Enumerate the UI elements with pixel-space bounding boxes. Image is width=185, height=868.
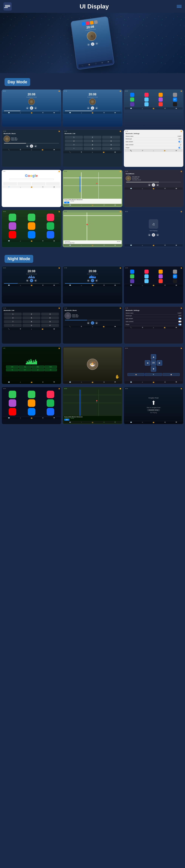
cp-maps[interactable] xyxy=(28,222,35,230)
night-app-waze[interactable] xyxy=(144,274,149,278)
auto-answer-toggle[interactable] xyxy=(178,141,181,143)
bookmark-4[interactable] xyxy=(46,182,60,185)
nav-up-btn[interactable]: ▲ xyxy=(151,354,156,360)
app-telegram[interactable] xyxy=(130,93,134,97)
social-prev[interactable]: ⏮ xyxy=(148,184,151,186)
night-app-bt[interactable]: BT xyxy=(173,274,177,278)
prev-btn[interactable]: ⏮ xyxy=(87,43,90,46)
ng-ctrl-8[interactable]: DX xyxy=(45,369,57,371)
n-key-1[interactable]: 1 xyxy=(4,313,22,316)
next-btn[interactable]: ⏭ xyxy=(95,42,98,45)
key-8[interactable]: 8 xyxy=(84,143,101,146)
key-5[interactable]: 5 xyxy=(84,140,101,143)
n-key-star[interactable]: * xyxy=(4,324,22,327)
key-1[interactable]: 1 xyxy=(65,136,83,139)
n-bt-play[interactable]: ⏸ xyxy=(91,321,94,324)
bt-next[interactable]: ⏭ xyxy=(34,145,37,148)
night-app-maps[interactable] xyxy=(159,270,163,274)
play-pause-btn[interactable]: ⏸ xyxy=(91,42,95,46)
n-next-1[interactable]: ⏭ xyxy=(34,279,37,282)
ng-ctrl-6[interactable]: PTY xyxy=(19,369,31,371)
social-play[interactable]: ⏸ xyxy=(152,183,155,187)
night-app-extra3[interactable] xyxy=(159,279,163,283)
key-star[interactable]: * xyxy=(65,147,83,150)
bt-prev[interactable]: ⏮ xyxy=(26,145,29,148)
n-cp-phone[interactable] xyxy=(9,391,16,398)
nav-extra-1[interactable]: 🏠 xyxy=(127,373,144,376)
key-2[interactable]: 2 xyxy=(84,136,101,139)
night-app-telegram[interactable] xyxy=(130,270,134,274)
go-button[interactable]: GO xyxy=(64,202,69,204)
app-podcast-1[interactable] xyxy=(159,97,163,102)
n-cp-messages[interactable] xyxy=(28,391,35,398)
n-prev-1[interactable]: ⏮ xyxy=(26,279,29,282)
n-key-0[interactable]: 0 xyxy=(23,324,40,327)
n-cp-spotify[interactable] xyxy=(47,399,54,407)
cp-telegram[interactable] xyxy=(28,231,35,239)
n-key-2[interactable]: 2 xyxy=(23,313,40,316)
app-phone-1[interactable] xyxy=(130,97,134,102)
ng-ctrl-3[interactable]: SRC xyxy=(32,366,44,368)
search-bar[interactable] xyxy=(9,179,54,180)
n-key-6[interactable]: 6 xyxy=(41,316,59,319)
n-cp-podcasts[interactable] xyxy=(9,399,16,407)
play-2[interactable]: ⏸ xyxy=(91,106,94,110)
nav-extra-3[interactable]: 📋 xyxy=(162,373,180,376)
nav-down-btn[interactable]: ▼ xyxy=(151,366,156,372)
night-app-settings[interactable] xyxy=(173,270,177,274)
cp-music[interactable] xyxy=(47,214,54,221)
app-extra-4[interactable] xyxy=(173,102,177,106)
n-key-hash[interactable]: # xyxy=(41,324,59,327)
night-app-podcast[interactable] xyxy=(159,274,163,278)
bt-play[interactable]: ⏸ xyxy=(30,145,33,148)
key-hash[interactable]: # xyxy=(102,147,120,150)
app-maps-1[interactable] xyxy=(159,93,163,97)
app-waze-1[interactable] xyxy=(144,97,149,102)
power-toggle[interactable] xyxy=(178,147,181,149)
nav-left-btn[interactable]: ◄ xyxy=(145,360,150,366)
n-cp-waze[interactable] xyxy=(47,408,54,415)
cp-podcasts[interactable] xyxy=(9,222,16,230)
prev-1[interactable]: ⏮ xyxy=(26,107,29,110)
key-9[interactable]: 9 xyxy=(102,143,120,146)
next-1[interactable]: ⏭ xyxy=(34,107,37,110)
n-key-5[interactable]: 5 xyxy=(23,316,40,319)
n-cp-music[interactable] xyxy=(47,391,54,398)
n-auto-answer-toggle[interactable] xyxy=(178,318,181,319)
n-next-2[interactable]: ⏭ xyxy=(95,279,98,282)
app-settings-1[interactable] xyxy=(173,93,177,97)
key-4[interactable]: 4 xyxy=(65,140,83,143)
cp-youtube[interactable] xyxy=(9,231,16,239)
cp-waze[interactable] xyxy=(47,231,54,239)
n-play-2[interactable]: ⏸ xyxy=(91,279,94,282)
night-app-extra1[interactable] xyxy=(130,279,134,283)
bookmark-2[interactable] xyxy=(18,182,31,185)
nav-extra-2[interactable]: 🔍 xyxy=(145,373,162,376)
app-music-1[interactable] xyxy=(144,93,149,97)
play-1[interactable]: ▶ xyxy=(30,106,33,110)
n-key-8[interactable]: 8 xyxy=(23,320,40,323)
ng-ctrl-7[interactable]: AF xyxy=(32,369,44,371)
n-key-4[interactable]: 4 xyxy=(4,316,22,319)
social-next[interactable]: ⏭ xyxy=(156,184,159,186)
ng-ctrl-1[interactable]: VOL xyxy=(6,366,19,368)
hamburger-menu[interactable] xyxy=(177,5,182,8)
app-extra-1[interactable] xyxy=(130,102,134,106)
n-cp-youtube[interactable] xyxy=(9,408,16,415)
n-bt-prev[interactable]: ⏮ xyxy=(87,322,90,324)
n-power-toggle[interactable] xyxy=(178,324,181,326)
nav-right-btn[interactable]: ► xyxy=(157,360,162,366)
n-cp-telegram[interactable] xyxy=(28,408,35,415)
next-2[interactable]: ⏭ xyxy=(95,107,98,110)
key-3[interactable]: 3 xyxy=(102,136,120,139)
app-bt-1[interactable]: BT xyxy=(173,97,177,102)
night-app-music[interactable] xyxy=(144,270,149,274)
n-play-1[interactable]: ▶ xyxy=(30,279,33,282)
bookmark-3[interactable] xyxy=(32,182,46,185)
n-bt-next[interactable]: ⏭ xyxy=(95,322,98,324)
n-cp-maps[interactable] xyxy=(28,399,35,407)
app-extra-3[interactable] xyxy=(159,102,163,106)
night-go-button[interactable]: GO xyxy=(64,419,69,421)
n-auto-connect-toggle[interactable] xyxy=(178,321,181,322)
key-6[interactable]: 6 xyxy=(102,140,120,143)
